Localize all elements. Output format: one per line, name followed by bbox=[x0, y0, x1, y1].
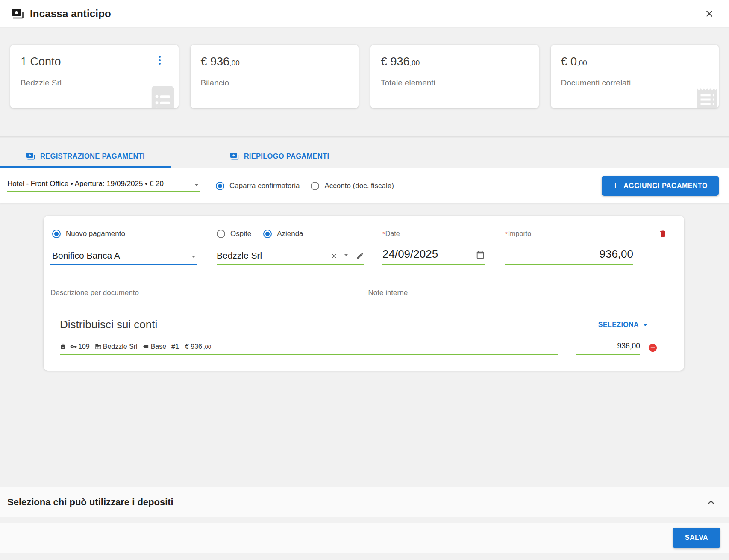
close-icon[interactable] bbox=[703, 7, 716, 21]
radio-label: Nuovo pagamento bbox=[66, 230, 125, 238]
account-allocation-info: 109 Bedzzle Srl Base bbox=[60, 343, 558, 355]
internal-notes-input[interactable]: Note interne bbox=[367, 289, 679, 304]
remove-allocation-icon[interactable] bbox=[648, 343, 658, 353]
document-description-input[interactable]: Descrizione per documento bbox=[50, 289, 361, 304]
tab-label: REGISTRAZIONE PAGAMENTI bbox=[40, 152, 145, 160]
account-rate: Base bbox=[151, 343, 166, 351]
payment-form-card: Nuovo pagamento Ospite Azienda *Date *Im… bbox=[44, 216, 684, 371]
radio-label: Azienda bbox=[277, 230, 303, 238]
description-row: Descrizione per documento Note interne bbox=[50, 289, 678, 304]
importo-field-label: *Importo bbox=[505, 230, 633, 238]
payment-form-fields-row: Bonifico Banca A Bedzzle Srl bbox=[50, 246, 678, 265]
account-select-value: Hotel - Front Office • Apertura: 19/09/2… bbox=[7, 180, 185, 188]
deposits-accordion[interactable]: Seleziona chi può utilizzare i depositi bbox=[0, 487, 729, 517]
dropdown-arrow-icon[interactable] bbox=[344, 254, 348, 256]
account-select[interactable]: Hotel - Front Office • Apertura: 19/09/2… bbox=[7, 180, 200, 192]
required-marker: * bbox=[505, 230, 508, 237]
radio-label: Caparra confirmatoria bbox=[229, 182, 300, 190]
select-accounts-button[interactable]: SELEZIONA bbox=[598, 321, 647, 329]
card-conti: 1 Conto Bedzzle Srl bbox=[10, 45, 179, 108]
item-amount: € 936 bbox=[185, 343, 202, 351]
account-item-amount: #1 € 936,00 bbox=[171, 343, 211, 351]
plus-icon: + bbox=[613, 181, 618, 191]
importo-value: 936,00 bbox=[599, 248, 633, 261]
allocated-amount-input[interactable]: 936,00 bbox=[576, 342, 640, 355]
list-icon bbox=[148, 84, 178, 108]
content-divider bbox=[0, 136, 729, 138]
radio-caparra-confirmatoria[interactable]: Caparra confirmatoria bbox=[216, 182, 300, 190]
building-icon bbox=[95, 343, 102, 350]
bilancio-label: Bilancio bbox=[201, 78, 349, 88]
conti-count: 1 Conto bbox=[21, 56, 168, 68]
radio-selected-icon bbox=[216, 182, 224, 190]
clear-icon[interactable] bbox=[330, 252, 338, 260]
dropdown-arrow-icon bbox=[194, 184, 199, 186]
radio-label: Ospite bbox=[230, 230, 251, 238]
distribute-title: Distribuisci sui conti bbox=[60, 318, 157, 331]
payments-icon bbox=[11, 7, 24, 20]
card-bilancio: € 936,00 Bilancio bbox=[191, 45, 359, 108]
account-company-group: Bedzzle Srl bbox=[95, 343, 138, 351]
account-allocation-row: 109 Bedzzle Srl Base bbox=[50, 342, 678, 355]
documenti-label: Documenti correlati bbox=[561, 78, 709, 88]
date-field-label: *Date bbox=[382, 230, 485, 238]
payment-method-input[interactable]: Bonifico Banca A bbox=[50, 246, 197, 265]
deposits-title: Seleziona chi può utilizzare i depositi bbox=[7, 497, 173, 508]
chevron-up-icon[interactable] bbox=[705, 496, 717, 508]
item-ref: #1 bbox=[171, 343, 179, 351]
account-rate-group: Base bbox=[143, 343, 166, 351]
dropdown-arrow-icon[interactable] bbox=[191, 256, 196, 258]
radio-acconto-doc-fiscale[interactable]: Acconto (doc. fiscale) bbox=[311, 182, 394, 190]
edit-pencil-icon[interactable] bbox=[356, 252, 364, 260]
dialog-footer: SALVA bbox=[0, 523, 729, 553]
date-input[interactable]: 24/09/2025 bbox=[382, 246, 485, 265]
payment-form-header-row: Nuovo pagamento Ospite Azienda *Date *Im… bbox=[50, 225, 678, 242]
incassa-anticipo-dialog: Incassa anticipo 1 Conto Bedzzle Srl € 9… bbox=[0, 0, 729, 560]
payments-icon bbox=[230, 152, 239, 161]
bilancio-amount: € 936,00 bbox=[201, 56, 349, 68]
account-company: Bedzzle Srl bbox=[103, 343, 138, 351]
payment-method-value: Bonifico Banca A bbox=[52, 251, 120, 261]
dropdown-arrow-icon bbox=[643, 324, 647, 326]
save-button[interactable]: SALVA bbox=[673, 528, 720, 548]
payments-tabbar: REGISTRAZIONE PAGAMENTI RIEPILOGO PAGAME… bbox=[0, 146, 729, 168]
calendar-icon[interactable] bbox=[476, 251, 485, 260]
card-documenti-correlati: € 0,00 Documenti correlati bbox=[551, 45, 719, 108]
company-value: Bedzzle Srl bbox=[217, 251, 262, 261]
card-totale-elementi: € 936,00 Totale elementi bbox=[370, 45, 539, 108]
payments-icon bbox=[26, 152, 35, 161]
radio-selected-icon bbox=[52, 230, 61, 238]
summary-cards: 1 Conto Bedzzle Srl € 936,00 Bilancio € … bbox=[0, 28, 729, 108]
payments-toolbar: Hotel - Front Office • Apertura: 19/09/2… bbox=[0, 168, 729, 203]
radio-nuovo-pagamento[interactable]: Nuovo pagamento bbox=[52, 230, 197, 238]
dialog-header: Incassa anticipo bbox=[0, 0, 729, 28]
conti-subtitle: Bedzzle Srl bbox=[21, 78, 168, 88]
totale-elementi-label: Totale elementi bbox=[381, 78, 529, 88]
more-options-icon[interactable] bbox=[157, 54, 162, 66]
company-input[interactable]: Bedzzle Srl bbox=[217, 246, 364, 265]
required-marker: * bbox=[382, 230, 385, 237]
tag-icon bbox=[143, 343, 150, 350]
importo-input[interactable]: 936,00 bbox=[505, 246, 633, 265]
tab-registrazione-pagamenti[interactable]: REGISTRAZIONE PAGAMENTI bbox=[0, 146, 171, 168]
add-payment-button[interactable]: + AGGIUNGI PAGAMENTO bbox=[602, 176, 719, 196]
distribute-header-row: Distribuisci sui conti SELEZIONA bbox=[50, 318, 678, 331]
totale-elementi-amount: € 936,00 bbox=[381, 56, 529, 68]
tab-riepilogo-pagamenti[interactable]: RIEPILOGO PAGAMENTI bbox=[171, 146, 388, 168]
radio-unselected-icon bbox=[217, 230, 225, 238]
tab-label: RIEPILOGO PAGAMENTI bbox=[244, 152, 329, 160]
delete-payment-icon[interactable] bbox=[658, 230, 667, 238]
radio-selected-icon bbox=[263, 230, 272, 238]
dialog-title: Incassa anticipo bbox=[30, 8, 111, 20]
account-number: 109 bbox=[78, 343, 90, 351]
radio-azienda[interactable]: Azienda bbox=[263, 230, 303, 238]
documenti-amount: € 0,00 bbox=[561, 56, 709, 68]
radio-unselected-icon bbox=[311, 182, 319, 190]
radio-ospite[interactable]: Ospite bbox=[217, 230, 251, 238]
lock-icon bbox=[60, 343, 67, 350]
key-icon bbox=[70, 343, 77, 350]
account-number-group: 109 bbox=[70, 343, 90, 351]
date-value: 24/09/2025 bbox=[382, 248, 438, 261]
radio-label: Acconto (doc. fiscale) bbox=[324, 182, 394, 190]
text-cursor bbox=[121, 250, 122, 261]
